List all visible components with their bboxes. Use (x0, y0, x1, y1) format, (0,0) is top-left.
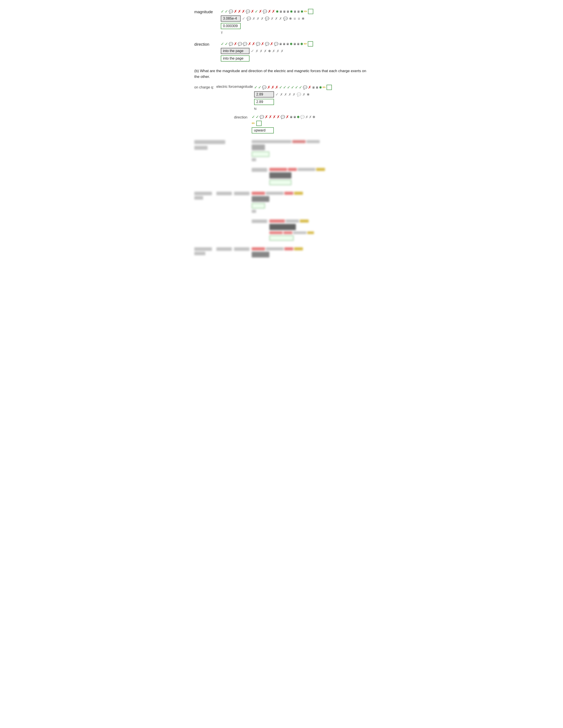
blurred-sections (194, 140, 369, 257)
x-gray-6: ✗ (279, 17, 282, 21)
qd-x-4: ✗ (276, 114, 280, 119)
ast-3: ✱ (301, 9, 304, 14)
blurred-section-4 (252, 220, 369, 241)
dir-check-2: ✓ (225, 41, 228, 46)
q-direction-answer: upward (252, 127, 274, 133)
q-mag-icons-top: ✓ ✓ 💬 ✗ ✗ ✗ ✓ ✓ ✓ ✓ ✓ ✓ 💬 ✗ 🖥 🖥 ✱ ✏ (254, 85, 332, 90)
q-mag-input-row: 2.89 ✓ ✗ ✗ ✗ ✗ 💬 ✗ ✱ (254, 91, 332, 98)
x-red-5: ✗ (259, 9, 262, 14)
qm-chk-8: ✓ (299, 85, 302, 90)
dir-square-btn[interactable] (308, 41, 313, 47)
check-icon-2: ✓ (225, 9, 228, 14)
q-dir-input-row: ✏ (252, 121, 315, 126)
part-b-text: (b) What are the magnitude and direction… (194, 68, 369, 79)
dir-speech-6: 💬 (274, 42, 278, 46)
qd-chk-1: ✓ (252, 114, 255, 119)
qm-chk-3: ✓ (279, 85, 283, 90)
q-dir-answer-row: upward (252, 127, 315, 133)
dir-computer-3: 🖥 (286, 42, 289, 46)
q-magnitude-input[interactable]: 2.89 (254, 91, 274, 98)
dir-speech-1: 💬 (229, 42, 233, 46)
qm-x-1: ✗ (267, 85, 270, 90)
magnitude-answer-row: 0.000309 (221, 23, 313, 29)
computer-icon-5: 🖥 (297, 10, 300, 13)
speech-gray-2: 💬 (265, 17, 269, 21)
q-mag-answer-row: 2.89 (254, 99, 332, 105)
dir-ast-gray: ✱ (268, 49, 271, 53)
x-red-7: ✗ (272, 9, 275, 14)
dir-speech-5: 💬 (265, 42, 269, 46)
x-red-2: ✗ (238, 9, 241, 14)
charge-q-magnitude-row: on charge q: electric force magnitude ✓ … (194, 85, 369, 111)
qm-ast-gray: ✱ (307, 92, 310, 97)
magnitude-unit: T (221, 31, 313, 35)
x-red-6: ✗ (268, 9, 271, 14)
q-magnitude-block: ✓ ✓ 💬 ✗ ✗ ✗ ✓ ✓ ✓ ✓ ✓ ✓ 💬 ✗ 🖥 🖥 ✱ ✏ (254, 85, 332, 111)
qd-speech-3: 💬 (300, 115, 305, 119)
qm-pencil: ✏ (323, 85, 326, 90)
speech-icon-1: 💬 (229, 9, 233, 14)
qd-x-2: ✗ (269, 114, 272, 119)
q-direction-label: direction (234, 114, 252, 119)
ast-1: ✱ (276, 9, 278, 14)
computer-icon-3: 🖥 (287, 10, 289, 13)
q-direction-block: ✓ ✓ 💬 ✗ ✗ ✗ ✗ 💬 ✗ 🖥 🖥 ✱ 💬 ✗ ✗ ✱ ✏ (252, 114, 315, 133)
qm-x-2: ✗ (271, 85, 274, 90)
dir-x-gray-2: ✗ (259, 49, 262, 53)
direction-input[interactable]: into the page (221, 48, 249, 54)
dir-check-1: ✓ (221, 41, 224, 46)
blurred-section-5 (194, 247, 369, 257)
qm-speech-2: 💬 (303, 85, 307, 90)
dir-speech-4: 💬 (256, 42, 260, 46)
ast-gray-1: ✱ (289, 17, 292, 21)
direction-label: direction (194, 41, 221, 47)
qm-speech-gray: 💬 (297, 92, 301, 97)
qm-square-btn[interactable] (327, 85, 332, 90)
magnitude-input-row: 3.085e-4 ✓ 💬 ✗ ✗ ✗ 💬 ✗ ✗ ✗ 💬 ✱ 🖥 🖥 ✱ (221, 15, 313, 22)
qd-chk-2: ✓ (256, 114, 259, 119)
dir-x-gray-4: ✗ (272, 49, 275, 53)
x-red-1: ✗ (234, 9, 237, 14)
direction-row: direction ✓ ✓ 💬 ✗ 💬 💬 ✗ ✗ 💬 ✗ 💬 ✗ 💬 🖥 🖥 … (194, 41, 369, 62)
dir-x-2: ✗ (248, 41, 251, 46)
part-b-question: (b) What are the magnitude and direction… (194, 68, 369, 79)
check-icon-3: ✓ (255, 9, 258, 14)
qm-chk-6: ✓ (291, 85, 294, 90)
dir-speech-2: 💬 (238, 42, 242, 46)
computer-icon-gray-1: 🖥 (293, 17, 296, 20)
magnitude-input[interactable]: 3.085e-4 (221, 15, 241, 22)
blurred-section-1 (194, 140, 369, 161)
qm-x-gray-5: ✗ (303, 92, 305, 97)
dir-x-gray-5: ✗ (276, 49, 279, 53)
dir-x-gray-1: ✗ (255, 49, 258, 53)
qm-x-3: ✗ (275, 85, 278, 90)
x-gray-4: ✗ (271, 17, 273, 21)
dir-speech-3: 💬 (243, 42, 247, 46)
q-magnitude-answer: 2.89 (254, 99, 274, 105)
pencil-icon-1: ✏ (304, 9, 307, 14)
x-gray-5: ✗ (275, 17, 278, 21)
speech-icon-3: 💬 (263, 9, 267, 14)
q-magnitude-unit: N (254, 107, 332, 111)
qm-chk-1: ✓ (254, 85, 257, 90)
x-gray-1: ✗ (252, 17, 255, 21)
qm-x-4: ✗ (308, 85, 311, 90)
square-btn-1[interactable] (308, 9, 313, 14)
direction-section: direction ✓ ✓ 💬 ✗ 💬 💬 ✗ ✗ 💬 ✗ 💬 ✗ 💬 🖥 🖥 … (194, 41, 369, 62)
qd-square-btn[interactable] (256, 121, 261, 126)
charge-q-label: on charge q: (194, 85, 216, 90)
qd-ast-1: ✱ (297, 115, 300, 119)
dir-x-1: ✗ (234, 41, 237, 46)
ast-gray-2: ✱ (302, 17, 305, 21)
dir-pencil-icon: ✏ (304, 41, 307, 46)
qm-ast-1: ✱ (319, 85, 322, 90)
dir-computer-2: 🖥 (283, 42, 286, 46)
qm-chk-gray: ✓ (275, 92, 278, 97)
blurred-section-3 (194, 192, 369, 213)
qd-ast-gray: ✱ (313, 115, 315, 119)
x-gray-3: ✗ (261, 17, 263, 21)
qd-x-3: ✗ (273, 114, 276, 119)
computer-icon-1: 🖥 (279, 10, 282, 13)
qm-chk-2: ✓ (258, 85, 261, 90)
computer-icon-4: 🖥 (294, 10, 296, 13)
